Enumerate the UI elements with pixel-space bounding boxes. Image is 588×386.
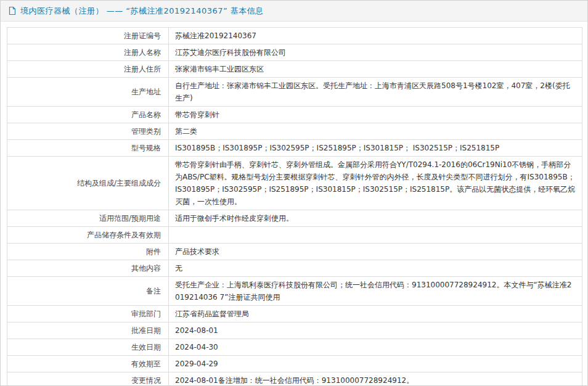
row-label: 审批部门 xyxy=(7,306,169,322)
row-label: 型号规格 xyxy=(7,140,169,157)
row-value: 江苏省药品监督管理局 xyxy=(169,306,582,322)
row-label: 结构及组成/主要组成成分 xyxy=(7,157,169,210)
row-label: 产品储存条件及有效期 xyxy=(7,227,169,244)
row-value xyxy=(169,227,582,244)
table-row: 适用范围/预期用途 适用于微创手术时作经皮穿刺使用。 xyxy=(7,210,582,227)
table-row: 结构及组成/主要组成成分 带芯骨穿刺针由手柄、穿刺针芯、穿刺外管组成。金属部分采… xyxy=(7,157,582,210)
row-value: 2024-08-01 xyxy=(169,322,582,339)
row-label: 变更情况 xyxy=(7,372,169,386)
row-label: 备注 xyxy=(7,277,169,306)
table-row: 产品名称 带芯骨穿刺针 xyxy=(7,107,582,123)
table-row: 审批部门 江苏省药品监督管理局 xyxy=(7,306,582,322)
row-label: 适用范围/预期用途 xyxy=(7,210,169,227)
row-label: 批准日期 xyxy=(7,322,169,339)
row-value: 无 xyxy=(169,260,582,277)
table-row: 注册人住所 张家港市锦丰工业园区东区 xyxy=(7,61,582,78)
table-row: 注册证编号 苏械注准20192140367 xyxy=(7,28,582,44)
table-row: 注册人名称 江苏艾迪尔医疗科技股份有限公司 xyxy=(7,44,582,61)
registration-info-page: 境内医疗器械（注册） —— “苏械注准20192140367” 基本信息 注册证… xyxy=(0,0,588,386)
row-value: 带芯骨穿刺针 xyxy=(169,107,582,123)
row-label: 注册人住所 xyxy=(7,61,169,78)
row-value: 江苏艾迪尔医疗科技股份有限公司 xyxy=(169,44,582,61)
table-row: 备注 受托生产企业：上海凯利泰医疗科技股份有限公司；统一社会信用代码：91310… xyxy=(7,277,582,306)
row-label: 其他内容 xyxy=(7,260,169,277)
table-row: 型号规格 IS301895B；IS301895P；IS302595P；IS251… xyxy=(7,140,582,157)
table-row: 有效期至 2029-04-29 xyxy=(7,356,582,372)
table-row: 生效日期 2024-04-30 xyxy=(7,339,582,356)
page-title: 境内医疗器械（注册） —— “苏械注准20192140367” 基本信息 xyxy=(20,6,264,17)
row-value: 2024-08-01备注增加：统一社会信用代码：9131000077289249… xyxy=(169,372,582,386)
row-value: 苏械注准20192140367 xyxy=(169,28,582,44)
row-value: 带芯骨穿刺针由手柄、穿刺针芯、穿刺外管组成。金属部分采用符合YY/T0294.1… xyxy=(169,157,582,210)
table-row: 生产地址 自行生产地址：张家港市锦丰工业园区东区。受托生产地址：上海市青浦区天辰… xyxy=(7,78,582,107)
row-value: 张家港市锦丰工业园区东区 xyxy=(169,61,582,78)
row-value: 受托生产企业：上海凯利泰医疗科技股份有限公司；统一社会信用代码：91310000… xyxy=(169,277,582,306)
registration-info-table: 注册证编号 苏械注准20192140367 注册人名称 江苏艾迪尔医疗科技股份有… xyxy=(7,27,582,386)
table-row: 其他内容 无 xyxy=(7,260,582,277)
row-label: 生效日期 xyxy=(7,339,169,356)
row-label: 有效期至 xyxy=(7,356,169,372)
row-value: 2024-04-30 xyxy=(169,339,582,356)
row-label: 附件 xyxy=(7,244,169,260)
row-value: 适用于微创手术时作经皮穿刺使用。 xyxy=(169,210,582,227)
table-row: 管理类别 第二类 xyxy=(7,123,582,140)
row-value: 自行生产地址：张家港市锦丰工业园区东区。受托生产地址：上海市青浦区天辰路508号… xyxy=(169,78,582,107)
row-label: 注册证编号 xyxy=(7,28,169,44)
row-value: 产品技术要求 xyxy=(169,244,582,260)
table-row: 附件 产品技术要求 xyxy=(7,244,582,260)
row-label: 管理类别 xyxy=(7,123,169,140)
document-icon xyxy=(8,6,17,15)
page-header: 境内医疗器械（注册） —— “苏械注准20192140367” 基本信息 xyxy=(1,1,587,22)
row-label: 注册人名称 xyxy=(7,44,169,61)
row-value: 第二类 xyxy=(169,123,582,140)
row-label: 产品名称 xyxy=(7,107,169,123)
row-label: 生产地址 xyxy=(7,78,169,107)
table-row: 产品储存条件及有效期 xyxy=(7,227,582,244)
row-value: 2029-04-29 xyxy=(169,356,582,372)
table-row: 变更情况 2024-08-01备注增加：统一社会信用代码：91310000772… xyxy=(7,372,582,386)
table-row: 批准日期 2024-08-01 xyxy=(7,322,582,339)
row-value: IS301895B；IS301895P；IS302595P；IS251895P；… xyxy=(169,140,582,157)
